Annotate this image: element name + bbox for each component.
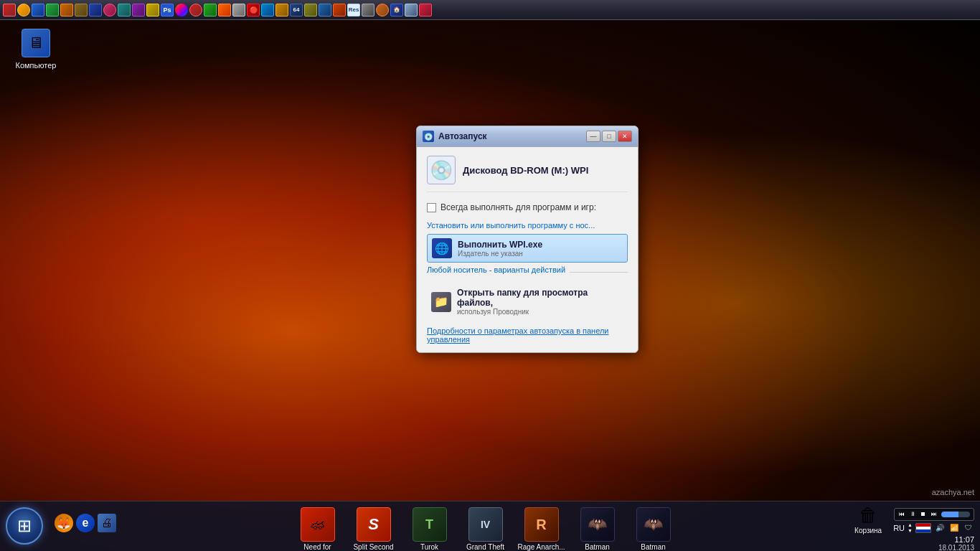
taskbar-game-split-second[interactable]: S Split Second bbox=[346, 506, 402, 551]
top-icon-23[interactable] bbox=[319, 4, 331, 17]
autorun-dialog: 💿 Автозапуск — □ ✕ 💿 Дисковод BD-ROM (M:… bbox=[416, 126, 639, 353]
batman-aa-game-icon: 🦇 bbox=[580, 507, 615, 542]
media-play-button[interactable]: ⏸ bbox=[908, 509, 918, 519]
tray-security-icon[interactable]: 🛡 bbox=[963, 522, 974, 534]
taskbar-game-nfs[interactable]: 🏎 Need for Speed(TM) ... bbox=[290, 506, 346, 551]
top-icon-1[interactable] bbox=[3, 4, 16, 17]
dialog-close-button[interactable]: ✕ bbox=[618, 131, 632, 142]
dialog-title-text: Автозапуск bbox=[438, 131, 487, 141]
ql-printer[interactable]: 🖨 bbox=[98, 514, 116, 532]
section1-label: Установить или выполнить программу с нос… bbox=[427, 221, 628, 230]
top-icon-26[interactable] bbox=[362, 4, 374, 17]
watermark: azachya.net bbox=[932, 488, 974, 496]
section2-label: Любой носитель - варианты действий bbox=[427, 265, 565, 274]
top-icon-19[interactable] bbox=[261, 4, 274, 17]
dialog-drive-icon: 💿 bbox=[427, 156, 456, 184]
nfs-game-label: Need for Speed(TM) ... bbox=[293, 543, 343, 551]
top-icon-24[interactable] bbox=[333, 4, 346, 17]
turok-game-label: Turok bbox=[420, 543, 438, 551]
top-icon-6[interactable] bbox=[75, 4, 88, 17]
taskbar-game-batman-ac[interactable]: 🦇 Batman Arkham City bbox=[626, 506, 682, 551]
action2-sub: используя Проводник bbox=[457, 308, 623, 316]
batman-ac-game-label: Batman Arkham City bbox=[628, 543, 679, 551]
action-run-wpi[interactable]: 🌐 Выполнить WPI.exe Издатель не указан bbox=[427, 234, 628, 263]
split-second-game-icon: S bbox=[357, 507, 391, 542]
action-open-folder[interactable]: 📁 Открыть папку для просмотра файлов, ис… bbox=[427, 284, 628, 319]
top-icon-21[interactable]: 64 bbox=[290, 4, 303, 17]
dialog-title-left: 💿 Автозапуск bbox=[423, 131, 487, 142]
tray-speaker-icon[interactable]: 🔊 bbox=[934, 522, 946, 534]
recycle-bin-icon[interactable]: 🗑 bbox=[859, 504, 877, 527]
top-icon-4[interactable] bbox=[46, 4, 59, 17]
quick-launch: 🦊 e 🖨 bbox=[49, 504, 122, 542]
dialog-footer-link[interactable]: Подробности о параметрах автозапуска в п… bbox=[427, 326, 628, 344]
top-icon-2[interactable] bbox=[17, 4, 30, 17]
top-icon-9[interactable] bbox=[118, 4, 131, 17]
section2-divider: Любой носитель - варианты действий bbox=[427, 265, 628, 278]
nfs-game-icon: 🏎 bbox=[301, 507, 335, 542]
media-next-button[interactable]: ⏭ bbox=[929, 509, 939, 519]
top-icon-30[interactable] bbox=[419, 4, 432, 17]
dialog-drive-small-icon: 💿 bbox=[423, 131, 434, 142]
always-checkbox-row[interactable]: Всегда выполнять для программ и игр: bbox=[427, 202, 628, 212]
top-icon-15[interactable] bbox=[204, 4, 217, 17]
top-icon-11[interactable] bbox=[146, 4, 159, 17]
lang-arrows[interactable]: ▲ ▼ bbox=[908, 522, 913, 533]
top-icon-22[interactable] bbox=[304, 4, 317, 17]
top-icon-8[interactable] bbox=[103, 4, 116, 17]
computer-icon-label: Компьютер bbox=[16, 60, 57, 70]
batman-aa-game-label: Batman Arkham A... bbox=[573, 543, 623, 551]
dialog-minimize-button[interactable]: — bbox=[586, 131, 600, 142]
wpi-icon: 🌐 bbox=[432, 238, 452, 258]
ql-ie[interactable]: e bbox=[76, 514, 95, 532]
language-indicator[interactable]: RU bbox=[893, 524, 905, 532]
top-icon-13[interactable] bbox=[175, 4, 188, 17]
russian-flag-icon bbox=[915, 523, 931, 533]
top-icon-10[interactable] bbox=[132, 4, 145, 17]
taskbar-game-rage[interactable]: R Rage Anarch... bbox=[514, 506, 570, 551]
gta4-game-icon: IV bbox=[468, 507, 503, 542]
media-prev-button[interactable]: ⏮ bbox=[897, 509, 907, 519]
top-icon-28[interactable]: 🏠 bbox=[390, 4, 403, 17]
split-second-game-label: Split Second bbox=[353, 543, 393, 551]
top-icon-20[interactable] bbox=[275, 4, 288, 17]
media-stop-button[interactable]: ⏹ bbox=[918, 509, 928, 519]
top-icon-25[interactable]: Res bbox=[347, 4, 360, 17]
dialog-maximize-button[interactable]: □ bbox=[602, 131, 616, 142]
folder-icon: 📁 bbox=[431, 292, 451, 312]
system-time: 11:07 bbox=[954, 535, 974, 544]
dialog-titlebar: 💿 Автозапуск — □ ✕ bbox=[417, 126, 638, 147]
top-icon-29[interactable] bbox=[405, 4, 418, 17]
top-icon-7[interactable] bbox=[89, 4, 102, 17]
dialog-header: 💿 Дисковод BD-ROM (M:) WPI bbox=[427, 156, 628, 192]
top-icon-12[interactable]: Ps bbox=[161, 4, 174, 17]
top-icon-5[interactable] bbox=[60, 4, 73, 17]
top-icon-18[interactable]: 🔴 bbox=[247, 4, 260, 17]
top-icon-3[interactable] bbox=[32, 4, 44, 17]
taskbar-game-gta4[interactable]: IV Grand Theft Auto IV bbox=[458, 506, 514, 551]
recycle-bin-label: Корзина bbox=[854, 527, 882, 534]
divider-line bbox=[570, 272, 628, 273]
ql-firefox[interactable]: 🦊 bbox=[55, 514, 73, 532]
system-tray: ⏮ ⏸ ⏹ ⏭ RU ▲ ▼ 🔊 📶 🛡 11:07 bbox=[887, 504, 980, 551]
top-icon-16[interactable] bbox=[218, 4, 231, 17]
tray-network-icon[interactable]: 📶 bbox=[948, 522, 960, 534]
taskbar-top: Ps 🔴 64 Res 🏠 bbox=[0, 0, 980, 20]
start-button[interactable]: ⊞ bbox=[6, 507, 43, 545]
recycle-bin-area: 🗑 Корзина bbox=[849, 504, 887, 534]
top-icon-17[interactable] bbox=[232, 4, 245, 17]
system-date: 18.01.2013 bbox=[938, 544, 974, 552]
turok-game-icon: T bbox=[413, 507, 447, 542]
taskbar-game-batman-aa[interactable]: 🦇 Batman Arkham A... bbox=[570, 506, 626, 551]
batman-ac-game-icon: 🦇 bbox=[636, 507, 671, 542]
desktop-icon-computer[interactable]: 🖥 Компьютер bbox=[7, 29, 65, 70]
top-icon-27[interactable] bbox=[376, 4, 389, 17]
always-checkbox[interactable] bbox=[427, 203, 436, 212]
action1-main: Выполнить WPI.exe bbox=[458, 240, 542, 250]
taskbar-game-turok[interactable]: T Turok bbox=[402, 506, 458, 551]
top-icon-14[interactable] bbox=[189, 4, 202, 17]
dialog-body: 💿 Дисковод BD-ROM (M:) WPI Всегда выполн… bbox=[417, 147, 638, 352]
rage-game-label: Rage Anarch... bbox=[517, 543, 565, 551]
media-controls[interactable]: ⏮ ⏸ ⏹ ⏭ bbox=[894, 508, 974, 521]
gta4-game-label: Grand Theft Auto IV bbox=[461, 543, 511, 551]
